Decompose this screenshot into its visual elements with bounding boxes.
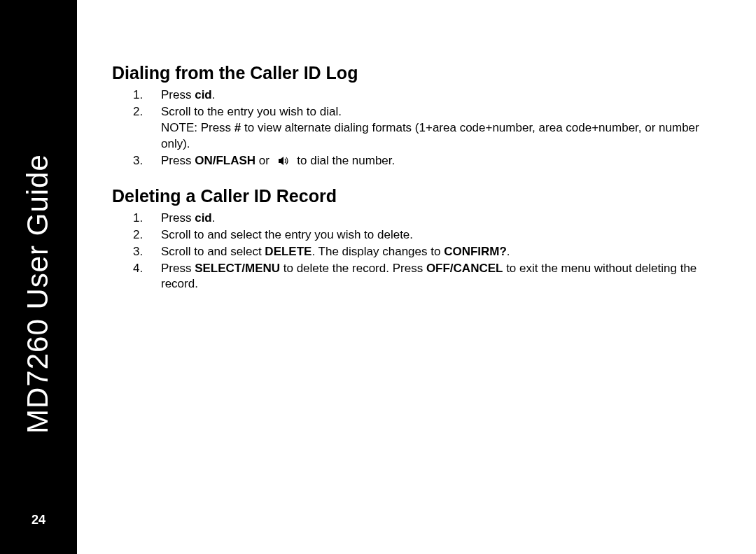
step-item: 3. Scroll to and select DELETE. The disp… (112, 244, 721, 260)
step-number: 4. (133, 261, 143, 277)
sidebar: MD7260 User Guide 24 (0, 0, 77, 554)
section-heading-deleting: Deleting a Caller ID Record (112, 186, 721, 206)
step-text-bold: CONFIRM? (444, 245, 507, 258)
step-text: to delete the record. Press (280, 262, 426, 275)
step-text-bold: ON/FLASH (195, 154, 255, 167)
section-heading-dialing: Dialing from the Caller ID Log (112, 63, 721, 83)
step-number: 1. (133, 211, 143, 227)
step-text: Press (161, 211, 195, 225)
steps-deleting: 1. Press cid. 2. Scroll to and select th… (112, 211, 721, 293)
step-item: 4. Press SELECT/MENU to delete the recor… (112, 261, 721, 293)
step-text-bold: cid (195, 211, 212, 225)
step-text: Press (161, 154, 195, 167)
step-text: Scroll to and select the entry you wish … (161, 228, 413, 241)
step-item: 2. Scroll to and select the entry you wi… (112, 227, 721, 243)
step-text: or (255, 154, 273, 167)
step-item: 2. Scroll to the entry you wish to dial.… (112, 104, 721, 152)
step-number: 2. (133, 227, 143, 243)
step-text: Press (161, 88, 195, 101)
note-text-bold: # (234, 121, 241, 134)
steps-dialing: 1. Press cid. 2. Scroll to the entry you… (112, 87, 721, 169)
step-text: Scroll to and select (161, 245, 265, 258)
speaker-icon (277, 153, 290, 169)
step-item: 1. Press cid. (112, 87, 721, 104)
step-text: Scroll to the entry you wish to dial. (161, 105, 342, 118)
step-number: 2. (133, 104, 143, 120)
step-number: 3. (133, 153, 143, 169)
guide-title: MD7260 User Guide (21, 84, 55, 434)
step-text-bold: OFF/CANCEL (426, 262, 503, 275)
step-text: . The display changes to (312, 245, 444, 258)
step-text: . (212, 88, 216, 101)
step-text-bold: SELECT/MENU (195, 262, 280, 275)
step-text-bold: cid (195, 88, 212, 101)
page-number: 24 (31, 513, 46, 527)
note-text: NOTE: Press (161, 121, 234, 134)
step-text-bold: DELETE (265, 245, 312, 258)
step-text: . (507, 245, 510, 258)
step-text: to dial the number. (294, 154, 396, 167)
page-content: Dialing from the Caller ID Log 1. Press … (77, 0, 756, 554)
step-item: 3. Press ON/FLASH or to dial the number. (112, 153, 721, 169)
step-item: 1. Press cid. (112, 211, 721, 227)
step-number: 3. (133, 244, 143, 260)
step-number: 1. (133, 87, 143, 104)
step-text: Press (161, 262, 195, 275)
note-text: to view alternate dialing formats (1+are… (161, 121, 699, 150)
step-text: . (212, 211, 216, 225)
